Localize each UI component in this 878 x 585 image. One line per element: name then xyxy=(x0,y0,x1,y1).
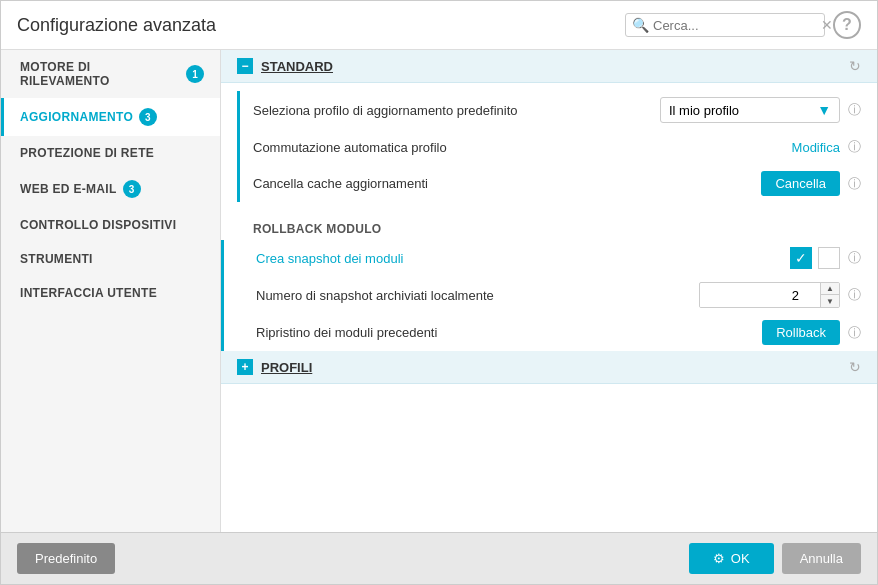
row-ripristino-label: Ripristino dei moduli precedenti xyxy=(256,325,762,340)
row-snapshot-info-icon[interactable]: ⓘ xyxy=(848,249,861,267)
rollback-button[interactable]: Rollback xyxy=(762,320,840,345)
sidebar-item-web-badge: 3 xyxy=(123,180,141,198)
search-clear-icon[interactable]: ✕ xyxy=(821,17,833,33)
row-snapshot-label: Crea snapshot dei moduli xyxy=(256,251,790,266)
row-profilo-control: Il mio profilo ▼ xyxy=(660,97,840,123)
search-icon: 🔍 xyxy=(632,17,649,33)
profilo-dropdown-text: Il mio profilo xyxy=(669,103,813,118)
row-cache-control: Cancella xyxy=(761,171,840,196)
section-profili: + PROFILI ↻ xyxy=(221,351,877,384)
sidebar-item-controllo-label: CONTROLLO DISPOSITIVI xyxy=(20,218,176,232)
section-standard-body: Seleziona profilo di aggiornamento prede… xyxy=(221,83,877,210)
row-numero-snapshot-label: Numero di snapshot archiviati localmente xyxy=(256,288,699,303)
spinner-down-button[interactable]: ▼ xyxy=(821,295,839,307)
row-commutazione-info-icon[interactable]: ⓘ xyxy=(848,138,861,156)
help-button[interactable]: ? xyxy=(833,11,861,39)
annulla-button[interactable]: Annulla xyxy=(782,543,861,574)
ok-gear-icon: ⚙ xyxy=(713,551,725,566)
snapshot-checkbox-off[interactable] xyxy=(818,247,840,269)
main-dialog: Configurazione avanzata 🔍 ✕ ? MOTORE DI … xyxy=(0,0,878,585)
row-snapshot-control: ✓ xyxy=(790,247,840,269)
section-standard: − STANDARD ↻ Seleziona profilo di aggior… xyxy=(221,50,877,210)
row-numero-snapshot-info-icon[interactable]: ⓘ xyxy=(848,286,861,304)
header-controls: 🔍 ✕ ? xyxy=(625,11,861,39)
row-ripristino-control: Rollback xyxy=(762,320,840,345)
row-profilo: Seleziona profilo di aggiornamento prede… xyxy=(221,91,877,129)
dialog-title: Configurazione avanzata xyxy=(17,15,216,36)
sidebar-item-controllo[interactable]: CONTROLLO DISPOSITIVI xyxy=(1,208,220,242)
commutazione-link[interactable]: Modifica xyxy=(792,140,840,155)
sidebar-item-interfaccia[interactable]: INTERFACCIA UTENTE xyxy=(1,276,220,310)
snapshot-checkbox[interactable]: ✓ xyxy=(790,247,812,269)
section-profili-header[interactable]: + PROFILI ↻ xyxy=(221,351,877,384)
row-profilo-label: Seleziona profilo di aggiornamento prede… xyxy=(253,103,660,118)
row-commutazione-label: Commutazione automatica profilo xyxy=(253,140,792,155)
section-standard-title: STANDARD xyxy=(261,59,849,74)
section-standard-reset-icon[interactable]: ↻ xyxy=(849,58,861,74)
sidebar-item-motore-badge: 1 xyxy=(186,65,204,83)
section-profili-title: PROFILI xyxy=(261,360,849,375)
dialog-body: MOTORE DI RILEVAMENTO 1 AGGIORNAMENTO 3 … xyxy=(1,50,877,532)
section-standard-header[interactable]: − STANDARD ↻ xyxy=(221,50,877,83)
sidebar-item-aggiornamento-badge: 3 xyxy=(139,108,157,126)
sidebar-item-aggiornamento[interactable]: AGGIORNAMENTO 3 xyxy=(1,98,220,136)
section-profili-reset-icon[interactable]: ↻ xyxy=(849,359,861,375)
ok-label: OK xyxy=(731,551,750,566)
cancella-button[interactable]: Cancella xyxy=(761,171,840,196)
numero-snapshot-input[interactable] xyxy=(700,284,820,307)
rollback-rows: Crea snapshot dei moduli ✓ ⓘ Numero di s… xyxy=(221,240,877,351)
numero-snapshot-input-wrapper: ▲ ▼ xyxy=(699,282,840,308)
row-profilo-info-icon[interactable]: ⓘ xyxy=(848,101,861,119)
content-area: − STANDARD ↻ Seleziona profilo di aggior… xyxy=(221,50,877,532)
dialog-header: Configurazione avanzata 🔍 ✕ ? xyxy=(1,1,877,50)
profilo-dropdown-arrow-icon: ▼ xyxy=(817,102,831,118)
sidebar-item-strumenti[interactable]: STRUMENTI xyxy=(1,242,220,276)
sidebar-item-aggiornamento-label: AGGIORNAMENTO xyxy=(20,110,133,124)
row-numero-snapshot-control: ▲ ▼ xyxy=(699,282,840,308)
row-ripristino-info-icon[interactable]: ⓘ xyxy=(848,324,861,342)
sidebar-item-strumenti-label: STRUMENTI xyxy=(20,252,93,266)
row-cache-label: Cancella cache aggiornamenti xyxy=(253,176,761,191)
search-box: 🔍 ✕ xyxy=(625,13,825,37)
sidebar-item-web-label: WEB ED E-MAIL xyxy=(20,182,117,196)
sidebar-item-motore[interactable]: MOTORE DI RILEVAMENTO 1 xyxy=(1,50,220,98)
section-profili-toggle[interactable]: + xyxy=(237,359,253,375)
spinner-up-button[interactable]: ▲ xyxy=(821,283,839,295)
row-numero-snapshot: Numero di snapshot archiviati localmente… xyxy=(221,276,877,314)
sidebar-item-protezione-label: PROTEZIONE DI RETE xyxy=(20,146,154,160)
row-cache: Cancella cache aggiornamenti Cancella ⓘ xyxy=(221,165,877,202)
row-cache-info-icon[interactable]: ⓘ xyxy=(848,175,861,193)
sidebar-item-motore-label: MOTORE DI RILEVAMENTO xyxy=(20,60,180,88)
section-standard-toggle[interactable]: − xyxy=(237,58,253,74)
predefinito-button[interactable]: Predefinito xyxy=(17,543,115,574)
sidebar-item-protezione[interactable]: PROTEZIONE DI RETE xyxy=(1,136,220,170)
sidebar: MOTORE DI RILEVAMENTO 1 AGGIORNAMENTO 3 … xyxy=(1,50,221,532)
row-ripristino: Ripristino dei moduli precedenti Rollbac… xyxy=(221,314,877,351)
ok-button[interactable]: ⚙ OK xyxy=(689,543,774,574)
sidebar-item-interfaccia-label: INTERFACCIA UTENTE xyxy=(20,286,157,300)
row-commutazione-control: Modifica xyxy=(792,140,840,155)
profilo-dropdown[interactable]: Il mio profilo ▼ xyxy=(660,97,840,123)
search-input[interactable] xyxy=(653,18,821,33)
spinners: ▲ ▼ xyxy=(820,283,839,307)
sidebar-item-web[interactable]: WEB ED E-MAIL 3 xyxy=(1,170,220,208)
row-commutazione: Commutazione automatica profilo Modifica… xyxy=(221,129,877,165)
subsection-rollback-title: ROLLBACK MODULO xyxy=(221,210,877,240)
dialog-footer: Predefinito ⚙ OK Annulla xyxy=(1,532,877,584)
row-snapshot: Crea snapshot dei moduli ✓ ⓘ xyxy=(221,240,877,276)
subsection-rollback-label: ROLLBACK MODULO xyxy=(253,222,381,236)
